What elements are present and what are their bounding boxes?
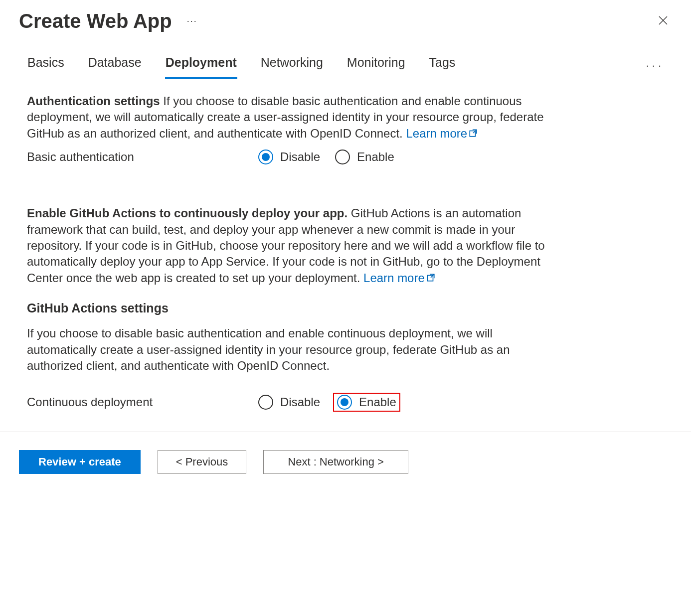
radio-label: Enable — [359, 395, 396, 409]
radio-icon — [337, 395, 352, 410]
tab-deployment[interactable]: Deployment — [165, 52, 237, 79]
tabs-bar: Basics Database Deployment Networking Mo… — [0, 32, 691, 79]
tab-networking[interactable]: Networking — [260, 52, 324, 79]
header-more-icon[interactable]: ··· — [187, 16, 197, 26]
basic-auth-enable-radio[interactable]: Enable — [333, 149, 396, 165]
continuous-deployment-label: Continuous deployment — [27, 395, 256, 409]
close-icon — [657, 14, 669, 26]
content: Authentication settings If you choose to… — [0, 79, 573, 432]
github-heading: Enable GitHub Actions to continuously de… — [27, 206, 347, 220]
external-link-icon — [469, 126, 478, 142]
radio-icon — [335, 150, 350, 164]
basic-auth-row: Basic authentication Disable Enable — [27, 149, 546, 165]
auth-description: Authentication settings If you choose to… — [27, 93, 546, 142]
radio-icon — [258, 150, 273, 164]
continuous-deployment-row: Continuous deployment Disable Enable — [27, 393, 546, 412]
external-link-icon — [426, 270, 435, 286]
auth-learn-more-link[interactable]: Learn more — [406, 127, 478, 140]
github-settings-description: If you choose to disable basic authentic… — [27, 325, 546, 374]
page-title: Create Web App — [19, 10, 172, 32]
header-left: Create Web App ··· — [19, 10, 197, 32]
github-learn-more-link[interactable]: Learn more — [363, 271, 435, 285]
basic-auth-disable-radio[interactable]: Disable — [256, 149, 322, 165]
basic-auth-radio-group: Disable Enable — [256, 149, 396, 165]
tab-database[interactable]: Database — [88, 52, 142, 79]
next-button[interactable]: Next : Networking > — [263, 450, 408, 474]
review-create-button[interactable]: Review + create — [19, 450, 141, 474]
continuous-deployment-enable-radio[interactable]: Enable — [337, 395, 396, 410]
basic-auth-label: Basic authentication — [27, 150, 256, 164]
highlight-box: Enable — [333, 393, 400, 412]
previous-button[interactable]: < Previous — [158, 450, 247, 474]
continuous-deployment-radio-group: Disable Enable — [256, 393, 400, 412]
header: Create Web App ··· — [0, 0, 691, 32]
radio-label: Disable — [280, 395, 320, 409]
tabs: Basics Database Deployment Networking Mo… — [27, 52, 456, 79]
svg-line-5 — [431, 274, 434, 278]
radio-label: Enable — [357, 150, 394, 164]
radio-label: Disable — [280, 150, 320, 164]
github-settings-title: GitHub Actions settings — [27, 301, 546, 315]
github-description: Enable GitHub Actions to continuously de… — [27, 205, 546, 286]
tab-basics[interactable]: Basics — [27, 52, 65, 79]
auth-heading: Authentication settings — [27, 94, 160, 108]
continuous-deployment-disable-radio[interactable]: Disable — [256, 394, 322, 411]
close-button[interactable] — [654, 11, 672, 31]
tab-tags[interactable]: Tags — [429, 52, 456, 79]
svg-line-3 — [473, 130, 477, 133]
tabs-overflow-icon[interactable]: ··· — [646, 59, 664, 72]
radio-icon — [258, 395, 273, 410]
tab-monitoring[interactable]: Monitoring — [346, 52, 406, 79]
footer: Review + create < Previous Next : Networ… — [0, 432, 691, 492]
